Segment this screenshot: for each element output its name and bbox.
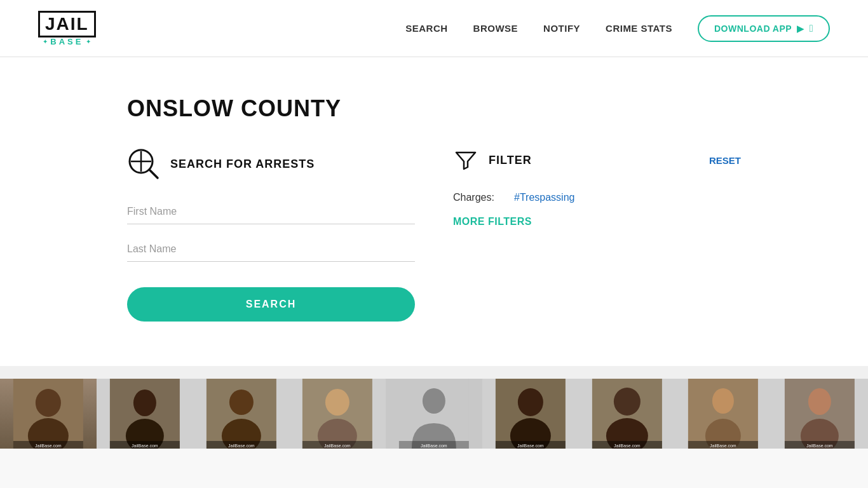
search-section-header: SEARCH FOR ARRESTS bbox=[127, 147, 415, 180]
svg-point-20 bbox=[325, 389, 349, 416]
download-app-label: DOWNLOAD APP bbox=[714, 24, 792, 34]
logo[interactable]: JAIL ✦ BASE ✦ bbox=[38, 11, 96, 46]
svg-point-15 bbox=[229, 390, 253, 415]
mugshot-item[interactable]: JailBase.com bbox=[771, 379, 868, 449]
reset-button[interactable]: RESET bbox=[709, 155, 741, 166]
apple-icon:  bbox=[810, 23, 813, 34]
logo-star-left: ✦ bbox=[43, 39, 48, 45]
charges-tag[interactable]: #Trespassing bbox=[514, 192, 574, 203]
filter-header: FILTER RESET bbox=[453, 147, 741, 173]
nav-browse[interactable]: BROWSE bbox=[473, 23, 519, 34]
search-section-title: SEARCH FOR ARRESTS bbox=[170, 158, 315, 171]
svg-text:JailBase.com: JailBase.com bbox=[806, 444, 833, 448]
nav-crime-stats[interactable]: CRIME STATS bbox=[606, 23, 672, 34]
mugshot-item[interactable]: JailBase.com bbox=[193, 379, 290, 449]
logo-jail-text: JAIL bbox=[45, 15, 89, 33]
svg-text:JailBase.com: JailBase.com bbox=[228, 444, 255, 448]
svg-point-29 bbox=[518, 388, 543, 416]
svg-point-5 bbox=[36, 389, 61, 417]
play-icon: ▶ bbox=[797, 24, 804, 34]
logo-star-right: ✦ bbox=[86, 39, 91, 45]
svg-text:JailBase.com: JailBase.com bbox=[614, 444, 641, 448]
mugshot-item[interactable]: JailBase.com bbox=[579, 379, 675, 449]
mugshot-item[interactable]: JailBase.com bbox=[482, 379, 579, 449]
svg-line-3 bbox=[149, 170, 158, 178]
filter-header-left: FILTER bbox=[453, 147, 532, 173]
svg-point-10 bbox=[133, 390, 156, 416]
nav-search[interactable]: SEARCH bbox=[405, 23, 447, 34]
svg-point-39 bbox=[712, 388, 734, 414]
main-nav: SEARCH BROWSE NOTIFY CRIME STATS DOWNLOA… bbox=[405, 15, 830, 42]
charges-label: Charges: bbox=[453, 192, 504, 203]
search-filter-row: SEARCH FOR ARRESTS SEARCH FILTER RESET C… bbox=[127, 147, 741, 322]
filter-section: FILTER RESET Charges: #Trespassing MORE … bbox=[453, 147, 741, 322]
svg-point-44 bbox=[808, 388, 831, 415]
search-arrests-icon bbox=[127, 147, 160, 180]
mugshots-section: JailBase.com JailBase.com bbox=[0, 366, 868, 449]
svg-text:JailBase.com: JailBase.com bbox=[517, 444, 544, 448]
svg-point-34 bbox=[614, 388, 641, 416]
svg-point-25 bbox=[423, 388, 445, 414]
svg-text:JailBase.com: JailBase.com bbox=[132, 444, 158, 448]
filter-charges-row: Charges: #Trespassing bbox=[453, 192, 741, 203]
svg-text:JailBase.com: JailBase.com bbox=[35, 444, 62, 448]
filter-funnel-icon bbox=[453, 147, 478, 173]
last-name-input[interactable] bbox=[127, 237, 415, 262]
first-name-input[interactable] bbox=[127, 200, 415, 224]
svg-text:JailBase.com: JailBase.com bbox=[324, 444, 351, 448]
logo-base-text: BASE bbox=[50, 37, 83, 46]
site-header: JAIL ✦ BASE ✦ SEARCH BROWSE NOTIFY CRIME… bbox=[0, 0, 868, 57]
mugshot-item[interactable]: JailBase.com bbox=[289, 379, 386, 449]
page-title: ONSLOW COUNTY bbox=[127, 95, 741, 122]
mugshot-item[interactable]: JailBase.com bbox=[386, 379, 482, 449]
svg-text:JailBase.com: JailBase.com bbox=[710, 444, 737, 448]
filter-title: FILTER bbox=[489, 154, 532, 167]
mugshot-item[interactable]: JailBase.com bbox=[0, 379, 97, 449]
more-filters-link[interactable]: MORE FILTERS bbox=[453, 216, 741, 227]
search-button[interactable]: SEARCH bbox=[127, 287, 415, 322]
search-section: SEARCH FOR ARRESTS SEARCH bbox=[127, 147, 415, 322]
mugshot-item[interactable]: JailBase.com bbox=[675, 379, 771, 449]
download-app-button[interactable]: DOWNLOAD APP ▶  bbox=[698, 15, 830, 42]
mugshots-row: JailBase.com JailBase.com bbox=[0, 379, 868, 449]
main-content: ONSLOW COUNTY SEARCH FOR ARRESTS SEARCH bbox=[0, 57, 868, 366]
nav-notify[interactable]: NOTIFY bbox=[543, 23, 580, 34]
mugshot-item[interactable]: JailBase.com bbox=[97, 379, 193, 449]
svg-text:JailBase.com: JailBase.com bbox=[421, 444, 447, 448]
